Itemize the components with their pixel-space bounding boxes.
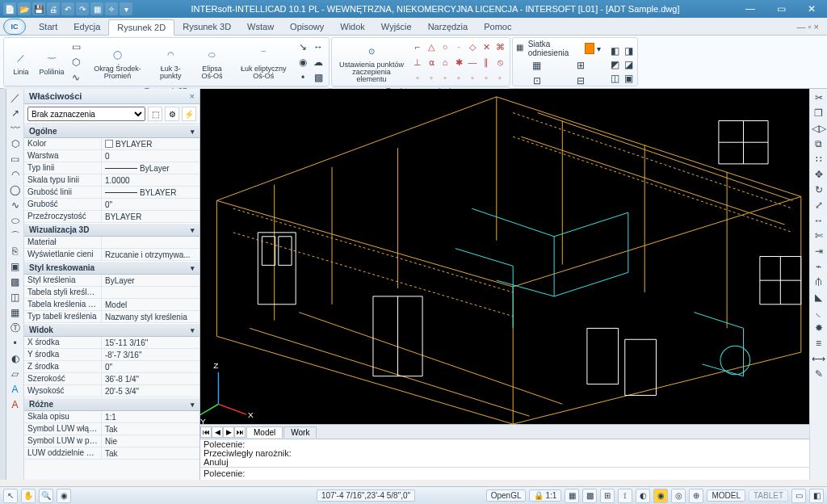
qat-dropdown-icon[interactable]: ▾ — [120, 2, 132, 15]
tool-revcloud-icon[interactable]: A — [8, 397, 23, 412]
set-c-icon[interactable]: ◩ — [607, 57, 622, 72]
set-d-icon[interactable]: ◪ — [621, 57, 636, 72]
tool-insert-icon[interactable]: ⎘ — [8, 244, 23, 258]
prop-group-general[interactable]: Ogólne▾ — [24, 124, 199, 138]
mod-chamfer-icon[interactable]: ◣ — [812, 290, 826, 304]
prop-row[interactable]: X środka15'-11 3/16" — [24, 337, 199, 349]
status-s9-icon[interactable]: ▭ — [791, 489, 806, 503]
qat-new-icon[interactable]: 📄 — [3, 2, 16, 15]
snap-perp-icon[interactable]: ⊥ — [411, 55, 424, 69]
prop-row[interactable]: KolorBYLAYER — [24, 138, 199, 150]
prop-row[interactable]: Styl kreśleniaByLayer — [24, 275, 199, 287]
elliptical-arc-button[interactable]: ⌒Łuk eliptyczny Oś-Oś — [234, 44, 292, 81]
tab-start[interactable]: Start — [31, 19, 65, 34]
set-b-icon[interactable]: ◨ — [621, 44, 636, 58]
prop-group-viz3d[interactable]: Wizualizacja 3D▾ — [24, 223, 199, 237]
snap-r5-icon[interactable]: ◦ — [466, 70, 479, 85]
properties-close-icon[interactable]: × — [190, 91, 195, 101]
tool-ellipse-icon[interactable]: ⬭ — [8, 213, 23, 228]
hatch-icon[interactable]: ▩ — [311, 70, 325, 85]
prop-quick-icon[interactable]: ⚡ — [182, 107, 196, 121]
ellipse-button[interactable]: ⬭Elipsa Oś-Oś — [193, 44, 232, 81]
circle-button[interactable]: ◯Okrąg Środek-Promień — [86, 44, 149, 81]
point-icon[interactable]: • — [296, 70, 310, 85]
tab-wyjscie[interactable]: Wyjście — [373, 19, 420, 34]
doc-minimize-icon[interactable]: — ▫ × — [797, 22, 827, 32]
poly-icon[interactable]: ⬡ — [69, 55, 83, 69]
set-a-icon[interactable]: ◧ — [607, 44, 622, 58]
prop-row[interactable]: Szerokość36'-8 1/4" — [24, 373, 199, 385]
qat-epxlode-icon[interactable]: ✧ — [105, 2, 118, 15]
snap-r3-icon[interactable]: ◦ — [439, 70, 451, 85]
snap-ext-icon[interactable]: — — [466, 55, 479, 69]
tool-xline-icon[interactable]: ↗ — [8, 106, 23, 120]
prop-row[interactable]: Typ tabeli kreśleniaNazwany styl kreślen… — [24, 311, 199, 323]
mod-stretch-icon[interactable]: ↔ — [812, 213, 826, 228]
command-input[interactable]: Polecenie: — [200, 467, 809, 480]
qat-print-icon[interactable]: 🖨 — [47, 2, 60, 15]
snap-ins-icon[interactable]: ⌘ — [493, 40, 506, 54]
prop-row[interactable]: Wysokość20'-5 3/4" — [24, 385, 199, 397]
status-zoom-icon[interactable]: 🔍 — [39, 489, 53, 503]
prop-row[interactable]: Skala typu linii1.0000 — [24, 174, 199, 187]
spline-icon[interactable]: ∿ — [69, 70, 83, 85]
tool-mtext-icon[interactable]: Ⓣ — [8, 321, 23, 335]
status-s2-icon[interactable]: ▩ — [582, 489, 597, 503]
snap-r7-icon[interactable]: ◦ — [493, 70, 506, 85]
viewport[interactable]: Z X Y — [200, 89, 809, 424]
mod-offset-icon[interactable]: ⧉ — [812, 136, 826, 151]
xline-icon[interactable]: ↔ — [311, 40, 325, 54]
tool-block-icon[interactable]: ▣ — [8, 259, 23, 274]
snap-node-icon[interactable]: · — [452, 40, 465, 54]
tab-narzedzia[interactable]: Narzędzia — [420, 19, 476, 34]
set-osnap-icon[interactable]: ⊡ — [530, 74, 544, 88]
prop-group-hatch[interactable]: Styl kreskowania▾ — [24, 261, 199, 275]
snap-int-icon[interactable]: ✕ — [480, 40, 493, 54]
qat-redo-icon[interactable]: ↷ — [76, 2, 89, 15]
status-scale[interactable]: 🔒 1:1 — [529, 489, 561, 502]
set-polar-icon[interactable]: ⊞ — [573, 58, 588, 73]
status-model[interactable]: MODEL — [707, 489, 745, 502]
prop-row[interactable]: Grubość linii BYLAYER — [24, 187, 199, 199]
tab-pomoc[interactable]: Pomoc — [476, 19, 519, 34]
snap-quad-icon[interactable]: ◇ — [466, 40, 479, 54]
tab-wstaw[interactable]: Wstaw — [239, 19, 282, 34]
mod-array-icon[interactable]: ∷ — [812, 152, 826, 166]
tool-rect-icon[interactable]: ▭ — [8, 152, 23, 166]
app-button[interactable]: IC — [3, 19, 26, 35]
tool-spline-icon[interactable]: ∿ — [8, 198, 23, 212]
qat-undo-icon[interactable]: ↶ — [61, 2, 74, 15]
mod-rotate-icon[interactable]: ↻ — [812, 183, 826, 197]
line-button[interactable]: ／Linia — [7, 48, 35, 77]
tab-widok[interactable]: Widok — [332, 19, 373, 34]
status-s6-icon[interactable]: ◉ — [653, 489, 668, 503]
tab-nav[interactable]: ⏮◀▶⏭ — [200, 426, 246, 438]
maximize-button[interactable]: ▭ — [766, 0, 796, 18]
set-f-icon[interactable]: ▣ — [621, 71, 636, 86]
mod-explode-icon[interactable]: ✸ — [812, 321, 826, 335]
prop-row[interactable]: Z środka0" — [24, 361, 199, 373]
ray-icon[interactable]: ↘ — [296, 40, 310, 54]
snap-app-icon[interactable]: ✱ — [452, 55, 465, 69]
snap-none-icon[interactable]: ⦸ — [493, 55, 506, 69]
grid-ref-checkbox[interactable]: ▦Siatka odniesienia▾ — [516, 40, 601, 57]
mod-trim-icon[interactable]: ✄ — [812, 229, 826, 243]
tab-edycja[interactable]: Edycja — [65, 19, 108, 34]
mod-scale-icon[interactable]: ⤢ — [812, 198, 826, 212]
prop-row[interactable]: Wyświetlanie cieniRzucanie i otrzymywa..… — [24, 249, 199, 261]
qat-open-icon[interactable]: 📂 — [18, 2, 31, 15]
tool-polygon-icon[interactable]: ⬡ — [8, 136, 23, 151]
mod-align-icon[interactable]: ≡ — [812, 336, 826, 351]
mod-extend-icon[interactable]: ⇥ — [812, 244, 826, 258]
prop-row[interactable]: Grubość0" — [24, 199, 199, 211]
mod-fillet-icon[interactable]: ◟ — [812, 305, 826, 320]
tool-circle-icon[interactable]: ◯ — [8, 183, 23, 197]
donut-icon[interactable]: ◉ — [296, 55, 310, 69]
tool-wipeout-icon[interactable]: A — [8, 382, 23, 397]
prop-row[interactable]: Typ linii ByLayer — [24, 162, 199, 174]
prop-pick-icon[interactable]: ⬚ — [148, 107, 162, 121]
set-e-icon[interactable]: ◫ — [607, 71, 622, 86]
prop-row[interactable]: Warstwa0 — [24, 150, 199, 162]
polyline-button[interactable]: 〰Polilinia — [38, 48, 65, 77]
tab-work[interactable]: Work — [283, 426, 317, 438]
